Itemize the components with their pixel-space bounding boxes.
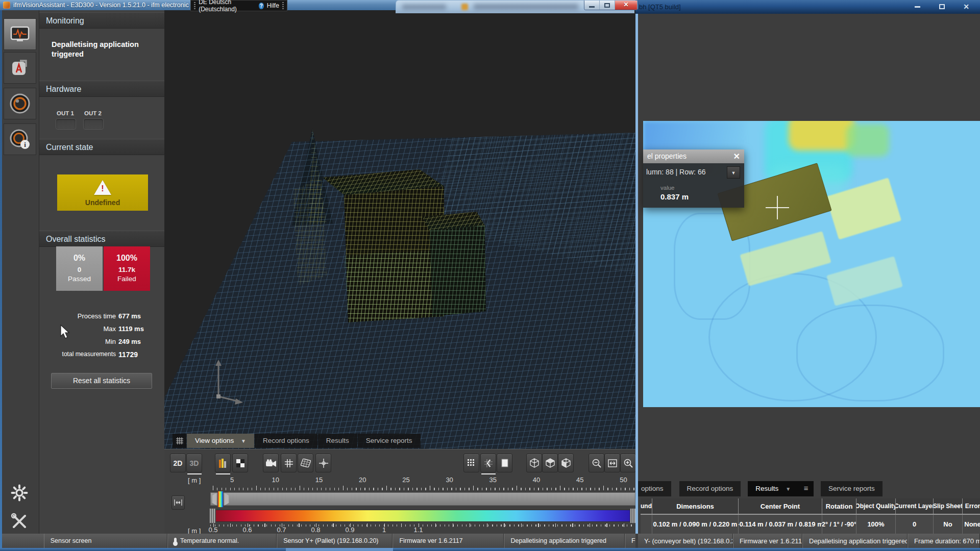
background-window-titlebar[interactable]: ✕ — [396, 0, 634, 13]
secondary-client-area: el properties ✕ lumn: 88 | Row: 66 ▼ val… — [635, 14, 980, 534]
language-bar[interactable]: DE Deutsch (Deutschland) ? Hilfe — [190, 0, 287, 11]
failed-percent: 100% — [104, 254, 150, 263]
blurred-app-icon — [461, 4, 468, 10]
view-layout-icon[interactable] — [173, 434, 186, 448]
pixel-position-field[interactable]: lumn: 88 | Row: 66 — [646, 168, 705, 176]
stat-label: Process time — [44, 312, 116, 320]
tab-view-options[interactable]: options — [638, 481, 671, 496]
tab-record-options[interactable]: Record options — [255, 434, 317, 448]
cube-front-icon — [561, 458, 571, 468]
mouse-cursor — [60, 324, 71, 340]
status-sensor-screen: Sensor screen — [44, 534, 167, 548]
maximize-button[interactable] — [600, 1, 615, 10]
gradient-handle-left[interactable] — [209, 508, 216, 523]
reset-statistics-button[interactable]: Reset all statistics — [51, 373, 152, 389]
status-application: Depalletising application triggered — [802, 534, 908, 548]
status-firmware: Firmware ver 1.6.2117 — [733, 534, 802, 548]
sidebar-item-applications[interactable] — [4, 52, 36, 84]
tab-results[interactable]: Results ▼ — [748, 481, 798, 496]
fit-width-button[interactable] — [604, 454, 620, 472]
range-slider-handle[interactable] — [212, 491, 229, 508]
range-slider-track[interactable] — [210, 492, 635, 506]
tab-label: Record options — [687, 485, 733, 492]
color-scale-bar[interactable] — [210, 510, 635, 522]
col-header: Center Point — [738, 498, 822, 514]
colorbar-tick-label: 0.7 — [264, 526, 299, 534]
tab-view-options[interactable]: View options ▼ — [187, 434, 254, 448]
close-button[interactable]: ✕ — [958, 2, 975, 12]
dialog-titlebar[interactable]: el properties ✕ — [643, 149, 744, 163]
grid-button[interactable] — [281, 454, 297, 472]
status-temperature: Temperature normal. — [167, 534, 277, 548]
blurred-text — [474, 4, 578, 10]
crosshair-button[interactable] — [315, 454, 331, 472]
matrix-view-button[interactable] — [463, 454, 479, 472]
tab-record-options[interactable]: Record options — [679, 481, 741, 496]
zoom-out-button[interactable] — [589, 454, 604, 472]
pixel-properties-dialog[interactable]: el properties ✕ lumn: 88 | Row: 66 ▼ val… — [643, 149, 744, 208]
minimize-button[interactable] — [909, 2, 926, 12]
split-view-button[interactable] — [232, 454, 248, 472]
expand-range-button[interactable] — [172, 495, 185, 510]
sidebar-item-monitoring[interactable] — [4, 18, 36, 50]
pixel-value: 0.837 m — [660, 192, 689, 201]
drag-handle-icon[interactable] — [282, 2, 284, 9]
language-label[interactable]: DE Deutsch (Deutschland) — [199, 0, 256, 13]
depth-region-yellow — [789, 121, 855, 151]
sidebar-item-sensor[interactable] — [4, 88, 36, 119]
3d-viewport[interactable]: View options ▼ Record options Results Se… — [164, 10, 638, 449]
zoom-out-icon — [592, 459, 601, 468]
mesh-surface-button[interactable] — [298, 454, 313, 472]
chevron-down-icon: ▼ — [786, 486, 791, 492]
stat-row-max: Max 1119 ms — [39, 325, 164, 338]
ruler-tick-label: 5 — [210, 476, 254, 484]
secondary-titlebar[interactable]: bh [QT5 build] ✕ — [635, 0, 980, 14]
view-2d-button[interactable]: 2D — [170, 454, 186, 472]
settings-gear-icon — [11, 484, 28, 502]
status-sensor-address: Sensor Y+ (Pallet) (192.168.0.20) — [277, 534, 393, 548]
close-button[interactable]: ✕ — [615, 1, 638, 10]
desktop: ifmVisionAssistant - E3D300 - Version 1.… — [0, 0, 980, 551]
svg-text:i: i — [24, 141, 26, 148]
table-row[interactable]: 0.102 m / 0.090 m / 0.220 m -0.114 m / 0… — [641, 515, 980, 534]
cube-top-icon — [546, 458, 555, 468]
zoom-in-button[interactable] — [620, 454, 636, 472]
stat-value: 249 ms — [118, 338, 141, 345]
results-table: und Dimensions Center Point Rotation Obj… — [641, 498, 980, 534]
maximize-button[interactable] — [933, 2, 950, 12]
cell — [641, 515, 652, 534]
table-header-row: und Dimensions Center Point Rotation Obj… — [641, 498, 980, 515]
palette-histogram-button[interactable] — [215, 454, 231, 472]
depth-contour-shape — [796, 305, 944, 402]
frame-view-button[interactable] — [497, 454, 512, 472]
tab-service-reports[interactable]: Service reports — [821, 481, 883, 496]
cube-top-view-button[interactable] — [542, 454, 558, 472]
tab-results[interactable]: Results — [318, 434, 357, 448]
main-window: ifmVisionAssistant - E3D300 - Version 1.… — [0, 0, 638, 551]
grid-icon — [285, 459, 293, 467]
colorbar-tick-label: 0.6 — [230, 526, 264, 534]
section-header-statistics: Overall statistics — [39, 231, 164, 247]
cube-front-view-button[interactable] — [558, 454, 574, 472]
pixel-position-dropdown[interactable]: ▼ — [727, 166, 740, 179]
view-3d-button[interactable]: 3D — [186, 454, 202, 472]
tab-service-reports[interactable]: Service reports — [358, 434, 421, 448]
grid-stats-button[interactable] — [480, 454, 496, 472]
minimize-button[interactable] — [584, 1, 600, 10]
status-text: Temperature normal. — [180, 537, 239, 544]
cube-view-button[interactable] — [526, 454, 542, 472]
results-menu-icon[interactable]: ≡ — [798, 481, 814, 496]
thermometer-icon — [174, 538, 177, 544]
col-header: und — [641, 498, 652, 514]
status-application: Depalletising application triggered — [504, 534, 625, 548]
palette-selected-underline — [216, 473, 230, 474]
sidebar-item-service[interactable] — [6, 510, 33, 533]
window-controls: ✕ — [909, 2, 975, 12]
matrix-icon — [468, 459, 476, 467]
sidebar-item-settings[interactable] — [6, 482, 33, 504]
sidebar-item-about[interactable]: i — [4, 123, 36, 155]
drag-handle-icon[interactable] — [194, 2, 195, 9]
help-button[interactable]: Hilfe — [267, 2, 279, 9]
close-icon[interactable]: ✕ — [733, 149, 740, 163]
camera-button[interactable] — [263, 454, 279, 472]
